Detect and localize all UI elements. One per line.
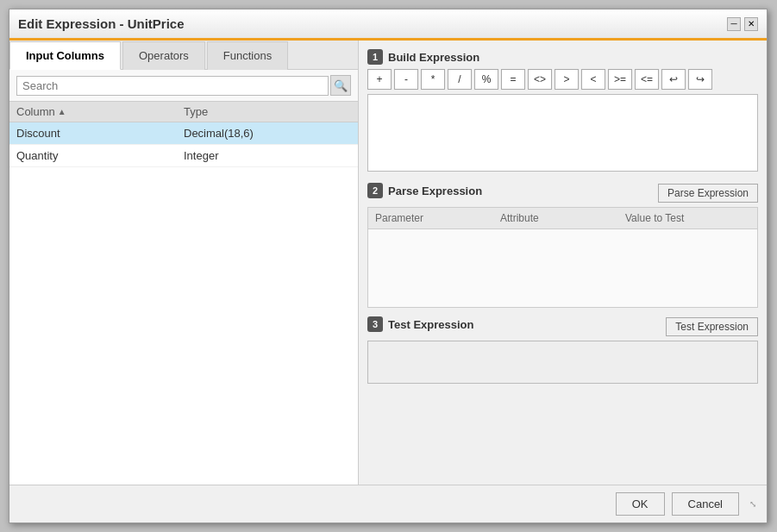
- dialog-footer: OK Cancel ⤡: [9, 485, 767, 523]
- column-headers: Column ▲ Type: [9, 102, 358, 122]
- op-undo[interactable]: ↩: [661, 69, 686, 90]
- dialog-body: Input Columns Operators Functions 🔍: [9, 41, 767, 485]
- op-multiply[interactable]: *: [421, 69, 445, 90]
- build-expression-title: Build Expression: [388, 51, 479, 64]
- dialog-title: Edit Expression - UnitPrice: [18, 16, 185, 31]
- search-icon: 🔍: [334, 79, 348, 92]
- parse-col-attribute: Attribute: [500, 212, 625, 224]
- resize-handle: ⤡: [749, 499, 756, 509]
- op-divide[interactable]: /: [448, 69, 472, 90]
- test-expression-title: Test Expression: [388, 318, 473, 331]
- left-panel: Input Columns Operators Functions 🔍: [9, 41, 359, 485]
- operator-bar: + - * / % = <> > < >= <= ↩ ↪: [367, 69, 758, 90]
- op-equals[interactable]: =: [501, 69, 525, 90]
- cell-column: Discount: [16, 127, 184, 140]
- test-expression-button[interactable]: Test Expression: [666, 317, 758, 336]
- parse-expression-button[interactable]: Parse Expression: [658, 184, 758, 203]
- test-section-label: 3 Test Expression: [367, 316, 473, 332]
- sort-arrow-icon: ▲: [58, 107, 66, 116]
- op-less[interactable]: <: [581, 69, 605, 90]
- search-button[interactable]: 🔍: [330, 75, 351, 96]
- right-panel: 1 Build Expression + - * / % = <> > < >=…: [359, 41, 767, 485]
- search-bar: 🔍: [9, 70, 358, 102]
- op-lessequal[interactable]: <=: [635, 69, 659, 90]
- tab-functions[interactable]: Functions: [207, 41, 288, 70]
- parse-col-valuetotest: Value to Test: [625, 212, 750, 224]
- op-greater[interactable]: >: [555, 69, 579, 90]
- table-row[interactable]: Discount Decimal(18,6): [9, 122, 358, 145]
- cancel-button[interactable]: Cancel: [672, 492, 739, 516]
- op-plus[interactable]: +: [367, 69, 392, 90]
- build-expression-header: 1 Build Expression: [367, 49, 758, 65]
- tab-operators[interactable]: Operators: [122, 41, 205, 70]
- test-result-textarea[interactable]: [367, 341, 758, 384]
- title-bar: Edit Expression - UnitPrice ─ ✕: [9, 9, 767, 41]
- parse-expression-section: 2 Parse Expression Parse Expression Para…: [367, 183, 758, 308]
- parse-table-body: [368, 229, 757, 307]
- op-notequal[interactable]: <>: [528, 69, 552, 90]
- build-expression-section: 1 Build Expression + - * / % = <> > < >=…: [367, 49, 758, 174]
- tab-input-columns[interactable]: Input Columns: [9, 41, 121, 70]
- minimize-button[interactable]: ─: [727, 17, 741, 31]
- column-header-type: Type: [184, 105, 351, 118]
- close-button[interactable]: ✕: [744, 17, 758, 31]
- op-redo[interactable]: ↪: [688, 69, 712, 90]
- test-expression-section: 3 Test Expression Test Expression: [367, 316, 758, 386]
- cell-column: Quantity: [16, 149, 184, 162]
- section-number-3: 3: [367, 316, 383, 332]
- op-modulo[interactable]: %: [474, 69, 498, 90]
- dialog: Edit Expression - UnitPrice ─ ✕ Input Co…: [9, 9, 768, 523]
- ok-button[interactable]: OK: [616, 492, 665, 516]
- parse-col-parameter: Parameter: [375, 212, 500, 224]
- columns-table: Discount Decimal(18,6) Quantity Integer: [9, 122, 358, 485]
- parse-expression-header: 2 Parse Expression Parse Expression: [367, 183, 758, 203]
- op-greaterequal[interactable]: >=: [608, 69, 632, 90]
- expression-textarea[interactable]: [367, 94, 758, 172]
- op-minus[interactable]: -: [394, 69, 418, 90]
- table-row[interactable]: Quantity Integer: [9, 145, 358, 167]
- parse-section-label: 2 Parse Expression: [367, 183, 482, 198]
- cell-type: Decimal(18,6): [184, 127, 351, 140]
- column-header-column[interactable]: Column ▲: [16, 105, 184, 118]
- section-number-2: 2: [367, 183, 383, 198]
- parse-table: Parameter Attribute Value to Test: [367, 207, 758, 308]
- parse-table-header: Parameter Attribute Value to Test: [368, 208, 757, 229]
- parse-expression-title: Parse Expression: [388, 185, 482, 197]
- title-buttons: ─ ✕: [727, 17, 758, 31]
- tabs-container: Input Columns Operators Functions: [9, 41, 358, 70]
- search-input[interactable]: [16, 76, 329, 96]
- cell-type: Integer: [184, 149, 351, 162]
- test-expression-header: 3 Test Expression Test Expression: [367, 316, 758, 336]
- section-number-1: 1: [367, 49, 383, 65]
